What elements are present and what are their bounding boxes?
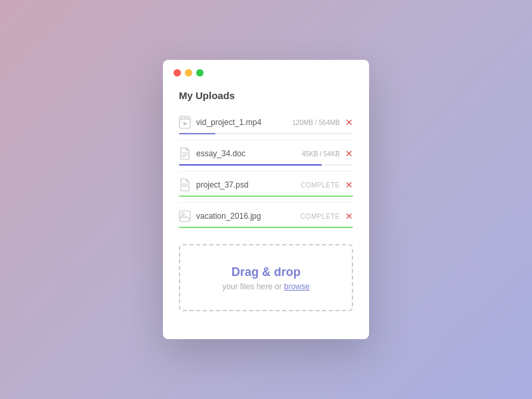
minimize-dot[interactable] — [185, 69, 192, 76]
progress-bar-bg — [179, 164, 353, 166]
file-right: 45KB / 54KB✕ — [302, 149, 353, 158]
file-list: vid_project_1.mp4120MB / 564MB✕ essay_34… — [163, 109, 369, 233]
drop-title: Drag & drop — [231, 265, 301, 279]
remove-file-button[interactable]: ✕ — [345, 211, 353, 221]
svg-rect-11 — [180, 211, 190, 221]
titlebar — [163, 60, 369, 83]
svg-marker-5 — [184, 122, 188, 126]
file-left: vacation_2016.jpg — [179, 209, 301, 223]
file-size: 45KB / 54KB — [302, 150, 340, 158]
file-right: COMPLETE✕ — [301, 211, 353, 221]
remove-file-button[interactable]: ✕ — [345, 118, 353, 127]
file-status: COMPLETE — [301, 182, 340, 189]
close-dot[interactable] — [174, 69, 181, 76]
maximize-dot[interactable] — [196, 69, 203, 76]
file-item: vid_project_1.mp4120MB / 564MB✕ — [179, 109, 353, 140]
progress-bar-bg — [179, 227, 353, 228]
progress-bar-fill — [179, 164, 322, 166]
file-name: vacation_2016.jpg — [196, 211, 261, 221]
drop-subtitle-text: your files here or — [222, 282, 284, 291]
progress-bar-bg — [179, 133, 353, 134]
remove-file-button[interactable]: ✕ — [345, 149, 353, 158]
file-left: project_37.psd — [179, 178, 301, 192]
file-status: COMPLETE — [301, 213, 340, 220]
progress-bar-fill — [179, 133, 215, 134]
upload-window: My Uploads vid_project_1.mp4120MB / 564M… — [163, 60, 369, 339]
file-size: 120MB / 564MB — [292, 119, 340, 126]
file-right: COMPLETE✕ — [301, 180, 353, 190]
progress-bar-bg — [179, 196, 353, 197]
progress-bar-fill — [179, 196, 353, 197]
section-title: My Uploads — [163, 83, 369, 109]
remove-file-button[interactable]: ✕ — [345, 180, 353, 190]
file-name: essay_34.doc — [196, 149, 245, 158]
file-name: vid_project_1.mp4 — [196, 118, 261, 127]
drop-zone[interactable]: Drag & drop your files here or browse — [179, 244, 353, 311]
file-item: vacation_2016.jpgCOMPLETE✕ — [179, 203, 353, 233]
svg-point-12 — [182, 213, 184, 215]
file-left: essay_34.doc — [179, 147, 302, 160]
file-right: 120MB / 564MB✕ — [292, 118, 353, 127]
progress-bar-fill — [179, 227, 353, 228]
file-name: project_37.psd — [196, 180, 249, 190]
file-item: essay_34.doc45KB / 54KB✕ — [179, 140, 353, 172]
drop-subtitle: your files here or browse — [222, 282, 309, 291]
file-left: vid_project_1.mp4 — [179, 116, 292, 129]
browse-link[interactable]: browse — [284, 282, 310, 291]
file-item: project_37.psdCOMPLETE✕ — [179, 172, 353, 203]
